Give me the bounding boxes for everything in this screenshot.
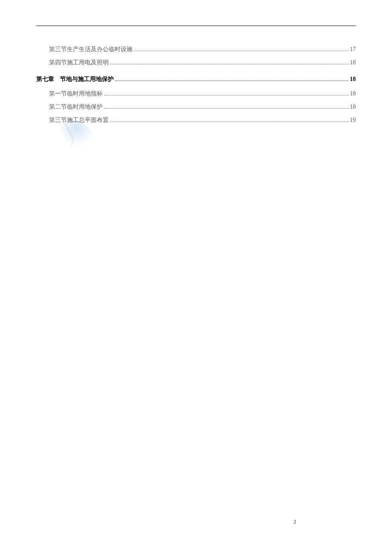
table-of-contents: 第三节 生产生活及办公临时设施 17 第四节 施工用电及照明 18 第七章 节地…: [36, 43, 356, 127]
toc-title: 临时用地保护: [67, 101, 103, 114]
toc-entry[interactable]: 第二节 临时用地保护 18: [36, 101, 356, 114]
toc-label: 第四节: [49, 56, 67, 69]
toc-label: 第三节: [49, 114, 67, 127]
toc-entry[interactable]: 第三节 生产生活及办公临时设施 17: [36, 43, 356, 56]
toc-page-number: 18: [350, 56, 356, 69]
toc-leader-dots: [104, 95, 349, 95]
toc-page-number: 17: [350, 43, 356, 56]
toc-leader-dots: [110, 64, 349, 64]
toc-leader-dots: [134, 51, 349, 51]
toc-label: 第三节: [49, 43, 67, 56]
toc-spacer: [54, 73, 60, 86]
toc-leader-dots: [115, 81, 349, 81]
toc-page-number: 18: [350, 87, 356, 101]
toc-leader-dots: [104, 108, 349, 109]
toc-title: 临时用地指标: [67, 87, 103, 101]
page-number: 2: [294, 519, 296, 525]
toc-page-number: 18: [350, 101, 356, 114]
document-page: 第三节 生产生活及办公临时设施 17 第四节 施工用电及照明 18 第七章 节地…: [0, 0, 392, 555]
toc-chapter-entry[interactable]: 第七章 节地与施工用地保护 18: [36, 73, 356, 86]
toc-title: 施工总平面布置: [67, 114, 109, 127]
toc-page-number: 19: [350, 114, 356, 127]
toc-entry[interactable]: 第四节 施工用电及照明 18: [36, 56, 356, 69]
toc-label: 第一节: [49, 87, 67, 101]
toc-label: 第二节: [49, 101, 67, 114]
toc-page-number: 18: [350, 73, 356, 86]
toc-title: 施工用电及照明: [67, 56, 109, 69]
toc-label: 第七章: [36, 73, 54, 86]
toc-entry[interactable]: 第三节 施工总平面布置 19: [36, 114, 356, 127]
toc-title: 节地与施工用地保护: [60, 73, 114, 86]
toc-leader-dots: [110, 121, 349, 122]
toc-entry[interactable]: 第一节 临时用地指标 18: [36, 87, 356, 101]
header-rule: [36, 26, 356, 26]
toc-title: 生产生活及办公临时设施: [67, 43, 133, 56]
